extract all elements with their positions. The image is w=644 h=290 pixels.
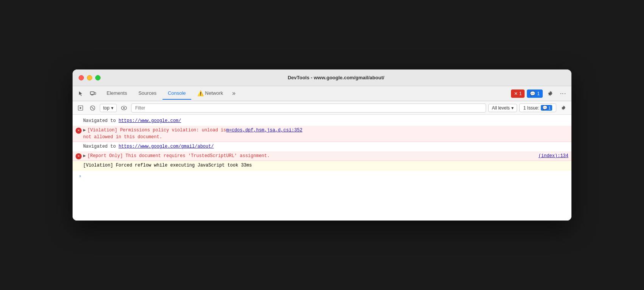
log-level-dropdown-icon: ▾	[511, 105, 514, 111]
nav-link-2[interactable]: https://www.google.com/gmail/about/	[119, 144, 214, 149]
toolbar-icons	[76, 88, 98, 99]
nav-link-1[interactable]: https://www.google.com/	[119, 118, 181, 123]
network-tab-inner: ⚠️ Network	[197, 90, 223, 96]
log-level-label: All levels	[492, 105, 509, 111]
maximize-button[interactable]	[95, 75, 101, 80]
device-toolbar-button[interactable]	[88, 88, 98, 99]
console-row-nav-1: Navigated to https://www.google.com/	[73, 116, 571, 126]
issues-button[interactable]: 1 Issue: 💬 1	[519, 103, 556, 112]
error-badge-icon: ✕	[514, 91, 518, 96]
console-toolbar: top ▾ All levels ▾ 1 Issue: 💬 1	[73, 101, 571, 115]
more-tabs-button[interactable]: »	[229, 88, 238, 100]
report-only-text: [Report Only] This document requires 'Tr…	[87, 153, 269, 159]
console-messages: Navigated to https://www.google.com/ ✕ ▶…	[73, 115, 571, 221]
info-count: 1	[537, 91, 540, 96]
violation-reflow-text: [Violation] Forced reflow while executin…	[83, 163, 252, 168]
context-selector[interactable]: top ▾	[100, 104, 117, 112]
nav-text-2: Navigated to	[83, 144, 119, 149]
warning-message-1: [Violation] Forced reflow while executin…	[83, 162, 568, 169]
console-row-error-2: ✕ ▶ [Report Only] This document requires…	[73, 151, 571, 161]
clear-console-button[interactable]	[88, 103, 98, 113]
error-icon-1: ✕	[76, 128, 82, 134]
issues-badge-count: 1	[548, 106, 551, 110]
info-badge-button[interactable]: 💬 1	[527, 89, 543, 98]
svg-point-8	[123, 107, 125, 109]
svg-rect-1	[94, 93, 96, 94]
settings-button[interactable]	[545, 88, 556, 99]
filter-input[interactable]	[131, 103, 486, 113]
svg-marker-4	[80, 107, 82, 109]
expand-arrow-1[interactable]: ▶	[83, 127, 86, 134]
error-continuation-1: not allowed in this document.	[83, 134, 568, 140]
log-level-button[interactable]: All levels ▾	[488, 104, 517, 112]
error-icon-2: ✕	[76, 153, 82, 159]
tab-network[interactable]: ⚠️ Network	[192, 87, 229, 100]
eye-button[interactable]	[119, 103, 129, 113]
source-link-1[interactable]: (index):134	[533, 153, 568, 159]
tab-network-label: Network	[205, 90, 223, 96]
error-text-cont-1: not allowed in this document.	[83, 134, 162, 140]
titlebar: DevTools - www.google.com/gmail/about/	[73, 69, 571, 86]
context-dropdown-icon: ▾	[111, 105, 113, 111]
console-prompt-chevron: ›	[79, 173, 82, 180]
tab-sources[interactable]: Sources	[133, 87, 162, 100]
traffic-lights	[79, 75, 101, 80]
error-row-inner-1: ▶ [Violation] Permissions policy violati…	[83, 127, 568, 134]
error-badge-button[interactable]: ✕ 1	[511, 89, 525, 98]
nav-message-1: Navigated to https://www.google.com/	[83, 117, 568, 124]
console-row-warning-1: [Violation] Forced reflow while executin…	[73, 161, 571, 170]
inspect-element-button[interactable]	[76, 88, 86, 99]
violation-link-1[interactable]: m=cdos,dpf,hsm,jsa,d,csi:352	[226, 127, 303, 134]
tabs-list: Elements Sources Console ⚠️ Network »	[101, 87, 508, 100]
warning-icon: ⚠️	[197, 90, 204, 96]
devtools-window: DevTools - www.google.com/gmail/about/	[73, 69, 571, 221]
console-prompt-row[interactable]: ›	[73, 170, 571, 182]
expand-arrow-2[interactable]: ▶	[83, 153, 86, 159]
context-label: top	[103, 105, 110, 111]
svg-rect-0	[90, 92, 94, 94]
tab-console[interactable]: Console	[163, 87, 191, 100]
issues-label: 1 Issue:	[523, 105, 539, 111]
tabs-bar: Elements Sources Console ⚠️ Network » ✕ …	[73, 86, 571, 101]
devtools-content: Elements Sources Console ⚠️ Network » ✕ …	[73, 86, 571, 221]
window-title: DevTools - www.google.com/gmail/about/	[107, 75, 565, 80]
error-message-1: ▶ [Violation] Permissions policy violati…	[83, 127, 568, 140]
error-count: 1	[519, 91, 522, 96]
minimize-button[interactable]	[87, 75, 92, 80]
nav-text-1: Navigated to	[83, 118, 119, 123]
tabs-right: ✕ 1 💬 1 ⋮	[511, 88, 568, 99]
tab-elements[interactable]: Elements	[101, 87, 132, 100]
error-row-inner-2: ▶ [Report Only] This document requires '…	[83, 153, 568, 159]
error-message-2: ▶ [Report Only] This document requires '…	[83, 153, 568, 159]
run-script-button[interactable]	[76, 103, 85, 113]
console-settings-button[interactable]	[559, 103, 568, 113]
console-row-nav-2: Navigated to https://www.google.com/gmai…	[73, 142, 571, 151]
more-options-button[interactable]: ⋮	[558, 88, 568, 99]
nav-message-2: Navigated to https://www.google.com/gmai…	[83, 143, 568, 150]
issues-badge: 💬 1	[541, 105, 552, 111]
info-badge-icon: 💬	[530, 91, 536, 96]
issues-badge-icon: 💬	[542, 105, 548, 110]
close-button[interactable]	[79, 75, 84, 80]
violation-text-1: [Violation] Permissions policy violation…	[87, 127, 226, 134]
svg-line-6	[91, 107, 94, 109]
console-row-error-1: ✕ ▶ [Violation] Permissions policy viola…	[73, 126, 571, 142]
